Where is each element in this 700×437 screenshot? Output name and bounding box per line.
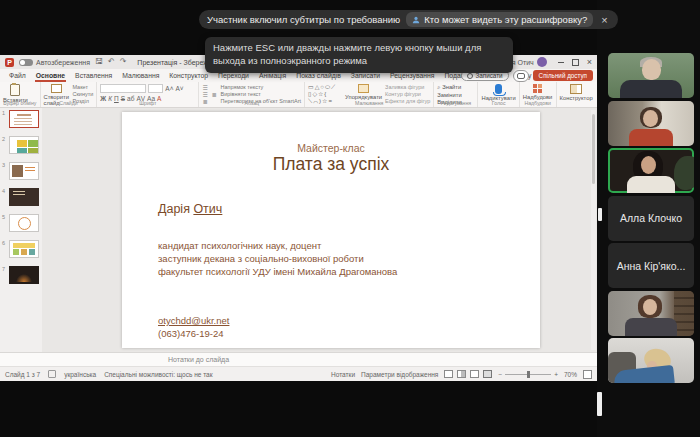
thumbnail-row: 7 (0, 264, 42, 290)
find-button[interactable]: ⌕ Знайти (437, 84, 461, 91)
subtitles-message: Участник включил субтитры по требованию (207, 14, 400, 25)
slideshow-view-icon[interactable] (483, 370, 492, 378)
group-label: Малювання (305, 100, 433, 106)
notes-toggle[interactable]: Нотатки (331, 371, 355, 378)
slide-thumbnail-6[interactable] (9, 240, 39, 258)
addins-icon (533, 84, 542, 93)
tab-основне[interactable]: Основне (31, 69, 70, 82)
slide-sorter-view-icon[interactable] (457, 370, 466, 378)
author-first-name: Дарія (158, 202, 193, 216)
reading-view-icon[interactable] (470, 370, 479, 378)
participant-video-2[interactable] (608, 101, 694, 146)
redo-icon[interactable]: ↷ (120, 58, 127, 66)
reset-button[interactable]: Скинути (72, 91, 93, 97)
author-last-name: Отич (193, 202, 222, 216)
minimize-icon[interactable] (558, 62, 564, 63)
who-can-see-transcript-button[interactable]: Кто может видеть эту расшифровку? (406, 12, 593, 27)
slide-phone: (063)476-19-24 (158, 328, 224, 339)
slide[interactable]: Майстер-клас Плата за успіх Дарія Отич к… (122, 112, 540, 348)
microphone-icon (495, 84, 502, 94)
share-button[interactable]: Спільний доступ (533, 70, 593, 81)
normal-view-icon[interactable] (444, 370, 453, 378)
participant-name-anna-kiryako[interactable]: Анна Кір'яко... (608, 243, 694, 288)
slide-body-line: факультет психології УДУ імені Михайла Д… (158, 265, 397, 278)
addins-group: Надбудови Надбудови (520, 82, 557, 107)
slide-thumbnail-1[interactable] (9, 110, 39, 128)
fit-to-window-icon[interactable] (583, 370, 592, 379)
group-label: Буфер обміну (0, 100, 40, 106)
accessibility-status[interactable]: Спеціальні можливості: щось не так (104, 371, 212, 378)
addins-button[interactable]: Надбудови (523, 84, 553, 100)
zoom-in-icon[interactable]: + (554, 371, 558, 378)
tab-файл[interactable]: Файл (4, 69, 31, 82)
display-options-button[interactable]: Параметри відображення (361, 371, 438, 378)
language-button[interactable]: українська (64, 371, 96, 378)
thumbnail-row: 3 (0, 160, 42, 186)
save-icon[interactable]: 🖫 (95, 58, 103, 66)
slide-body-line: кандидат психологічних наук, доцент (158, 239, 397, 252)
zoom-out-icon[interactable]: − (498, 371, 502, 378)
zoom-control: − + (498, 371, 558, 378)
powerpoint-logo-icon: P (5, 58, 14, 67)
zoom-meeting-screen: Участник включил субтитры по требованию … (0, 0, 700, 437)
person-icon (412, 16, 420, 24)
slide-thumbnail-7[interactable] (9, 266, 39, 284)
drawing-group: ▭△○⬭⟋ ▯◇☆{ ⟍⌒)☆= Упорядкувати Заливка фі… (305, 82, 434, 107)
participant-video-6[interactable] (608, 291, 694, 336)
participant-video-7[interactable] (608, 338, 694, 383)
shrink-font-button[interactable]: A˅ (175, 85, 183, 92)
thumbnail-number: 4 (2, 188, 5, 194)
tab-вставлення[interactable]: Вставлення (70, 69, 117, 82)
participant-name-alla-klochko[interactable]: Алла Клочко (608, 196, 694, 241)
comments-button[interactable] (513, 70, 529, 82)
align-text-button[interactable]: Вирівняти текст (221, 91, 302, 97)
slide-thumbnail-4[interactable] (9, 188, 39, 206)
slide-thumbnail-5[interactable] (9, 214, 39, 232)
tab-малювання[interactable]: Малювання (117, 69, 164, 82)
slide-thumbnail-3[interactable] (9, 162, 39, 180)
grow-font-button[interactable]: A˄ (165, 85, 173, 92)
zoom-slider[interactable] (505, 374, 551, 375)
slide-author: Дарія Отич (158, 202, 222, 216)
thumbnail-number: 5 (2, 214, 5, 220)
font-size-select[interactable] (148, 84, 163, 93)
find-label: Знайти (442, 84, 461, 90)
group-label: Надбудови (520, 100, 556, 106)
slide-subtitle: Майстер-клас (122, 142, 540, 154)
layout-button[interactable]: Макет (72, 84, 93, 90)
slide-thumbnail-2[interactable] (9, 136, 39, 154)
slide-title: Плата за успіх (122, 154, 540, 175)
maximize-icon[interactable] (572, 59, 579, 66)
autosave-toggle[interactable]: Автозбереження (19, 59, 90, 66)
notes-pane[interactable]: Нотатки до слайда (0, 352, 597, 366)
clipboard-group: Вставити Буфер обміну (0, 82, 41, 107)
font-group: A˄ A˅ Ж К П S аб АV Аа А Шрифт (97, 82, 199, 107)
participant-video-1[interactable] (608, 53, 694, 98)
thumbnail-number: 1 (2, 110, 5, 116)
notes-placeholder: Нотатки до слайда (168, 356, 229, 363)
zoom-percent[interactable]: 70% (564, 371, 577, 378)
status-bar: Слайд 1 з 7 українська Спеціальні можлив… (0, 366, 597, 381)
close-icon[interactable]: × (599, 14, 609, 26)
slide-body: кандидат психологічних наук, доцент заст… (158, 239, 397, 278)
thumbnail-number: 7 (2, 266, 5, 272)
replace-button[interactable]: Замінити (437, 92, 461, 98)
sidebar-edge-artifact (598, 208, 602, 221)
slide-thumbnail-panel: 1234567 (0, 108, 43, 352)
who-can-see-transcript-label: Кто может видеть эту расшифровку? (424, 14, 587, 25)
arrange-button[interactable]: Упорядкувати (345, 84, 382, 100)
participants-sidebar: Алла КлочкоАнна Кір'яко... (597, 0, 700, 437)
text-direction-button[interactable]: Напрямок тексту (221, 84, 302, 90)
shape-outline-button[interactable]: Контур фігури (385, 91, 430, 97)
view-buttons (444, 370, 492, 378)
designer-button[interactable]: Конструктор (560, 84, 593, 101)
undo-icon[interactable]: ↶ (108, 58, 115, 66)
participant-video-3[interactable] (608, 148, 694, 193)
dictate-button[interactable]: Надиктувати (481, 84, 515, 101)
participant-tiles: Алла КлочкоАнна Кір'яко... (608, 53, 694, 386)
vertical-scrollbar[interactable] (591, 110, 596, 350)
shape-fill-button[interactable]: Заливка фігури (385, 84, 430, 90)
close-window-icon[interactable]: × (587, 58, 592, 67)
subtitles-banner: Участник включил субтитры по требованию … (199, 10, 618, 29)
font-name-select[interactable] (100, 84, 146, 93)
